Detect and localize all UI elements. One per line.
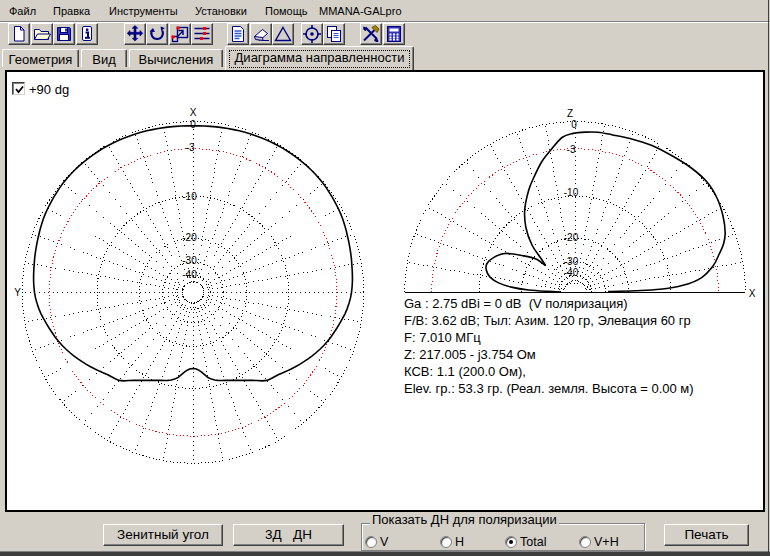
svg-text:-10: -10 bbox=[564, 187, 579, 198]
svg-text:-3: -3 bbox=[186, 142, 195, 153]
svg-text:-40: -40 bbox=[564, 267, 579, 278]
svg-text:-30: -30 bbox=[182, 255, 197, 266]
svg-text:Z: Z bbox=[567, 108, 573, 119]
svg-text:-20: -20 bbox=[182, 232, 197, 243]
svg-text:-30: -30 bbox=[564, 256, 579, 267]
svg-text:-3: -3 bbox=[567, 144, 576, 155]
svg-text:X: X bbox=[749, 288, 756, 299]
svg-text:X: X bbox=[190, 107, 197, 118]
svg-text:-40: -40 bbox=[182, 269, 197, 280]
svg-text:-20: -20 bbox=[564, 232, 579, 243]
svg-text:Y: Y bbox=[14, 287, 21, 298]
svg-text:-10: -10 bbox=[182, 191, 197, 202]
svg-text:0: 0 bbox=[571, 119, 577, 130]
svg-text:0: 0 bbox=[190, 119, 196, 130]
